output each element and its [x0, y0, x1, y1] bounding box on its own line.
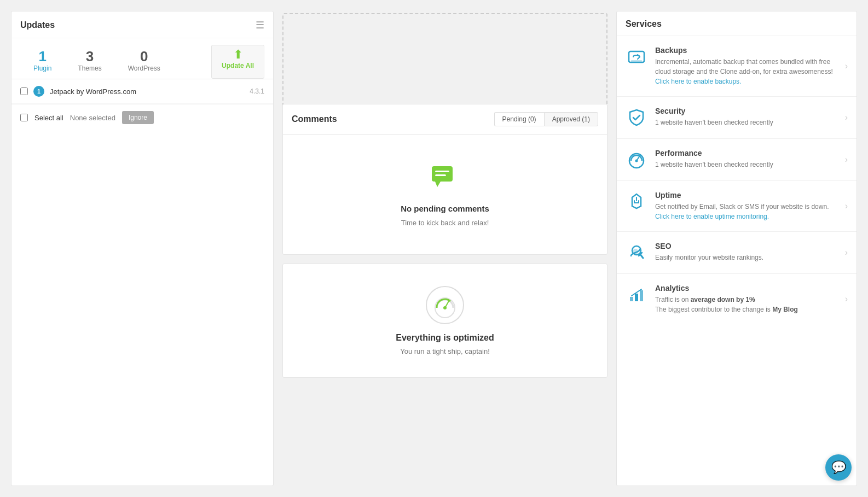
themes-label: Themes	[78, 65, 101, 72]
updates-panel: Updates ☰ 1 Plugin 3 Themes 0 WordPress …	[11, 11, 274, 486]
update-checkbox[interactable]	[20, 87, 28, 95]
optimized-title: Everything is optimized	[396, 333, 494, 343]
seo-desc: Easily monitor your website rankings.	[655, 253, 837, 262]
svg-line-16	[640, 254, 643, 258]
security-icon	[626, 107, 647, 128]
uptime-content: Uptime Get notified by Email, Slack or S…	[655, 191, 837, 221]
seo-arrow-icon: ›	[845, 248, 848, 258]
svg-rect-8	[631, 60, 642, 62]
wp-count: 0	[140, 49, 148, 63]
comment-icon	[430, 162, 460, 192]
updates-header: Updates ☰	[11, 11, 273, 38]
service-item-backups[interactable]: Backups Incremental, automatic backup th…	[617, 36, 857, 97]
comments-card: Comments Pending (0) Approved (1) No	[282, 104, 607, 255]
backups-name: Backups	[655, 46, 837, 55]
svg-rect-19	[640, 290, 643, 301]
tab-plugin[interactable]: 1 Plugin	[20, 45, 65, 79]
select-all-checkbox[interactable]	[20, 114, 28, 121]
performance-arrow-icon: ›	[845, 155, 848, 165]
update-all-icon: ⬆	[233, 49, 243, 61]
table-row: 1 Jetpack by WordPress.com 4.3.1	[11, 79, 273, 104]
update-all-label: Update All	[222, 62, 254, 69]
comments-empty-sub: Time to kick back and relax!	[401, 219, 489, 227]
services-title: Services	[626, 19, 848, 29]
comments-empty-title: No pending comments	[401, 204, 489, 213]
analytics-name: Analytics	[655, 284, 837, 293]
optimized-sub: You run a tight ship, captain!	[400, 347, 490, 355]
performance-content: Performance 1 website haven't been check…	[655, 149, 837, 169]
svg-line-11	[636, 156, 640, 161]
backups-icon	[626, 46, 647, 68]
performance-desc: 1 website haven't been checked recently	[655, 160, 837, 169]
services-header: Services	[617, 11, 857, 36]
svg-marker-1	[435, 182, 441, 187]
performance-icon	[626, 149, 647, 171]
svg-rect-18	[635, 294, 638, 301]
services-panel: Services Backups Incremental, automatic …	[616, 11, 857, 486]
tab-themes[interactable]: 3 Themes	[65, 45, 114, 79]
plugin-version: 4.3.1	[250, 87, 264, 95]
performance-name: Performance	[655, 149, 837, 157]
uptime-link[interactable]: Click here to enable uptime monitoring.	[655, 213, 769, 220]
security-arrow-icon: ›	[845, 113, 848, 122]
update-badge: 1	[33, 86, 44, 97]
tab-wordpress[interactable]: 0 WordPress	[115, 45, 173, 79]
themes-count: 3	[86, 49, 94, 63]
uptime-desc: Get notified by Email, Slack or SMS if y…	[655, 202, 837, 221]
security-name: Security	[655, 107, 837, 115]
uptime-arrow-icon: ›	[845, 201, 848, 211]
comments-icon-wrap	[430, 162, 460, 194]
seo-name: SEO	[655, 242, 837, 250]
svg-line-6	[445, 300, 449, 308]
backups-arrow-icon: ›	[845, 61, 848, 71]
analytics-content: Analytics Traffic is on average down by …	[655, 284, 837, 314]
plugin-label: Plugin	[33, 65, 51, 72]
uptime-name: Uptime	[655, 191, 837, 200]
chat-icon: 💬	[831, 460, 846, 475]
svg-rect-0	[432, 166, 453, 182]
svg-rect-2	[435, 171, 449, 172]
update-all-button[interactable]: ⬆ Update All	[211, 45, 264, 79]
updates-title: Updates	[20, 20, 55, 30]
comments-body: No pending comments Time to kick back an…	[283, 135, 607, 254]
updates-list: 1 Jetpack by WordPress.com 4.3.1	[11, 79, 273, 104]
seo-content: SEO Easily monitor your website rankings…	[655, 242, 837, 262]
updates-tabs: 1 Plugin 3 Themes 0 WordPress ⬆ Update A…	[11, 38, 273, 79]
none-selected-label: None selected	[70, 114, 115, 122]
wp-label: WordPress	[128, 65, 160, 72]
analytics-desc: Traffic is on average down by 1%The bigg…	[655, 295, 837, 314]
svg-rect-17	[630, 297, 633, 301]
tab-approved[interactable]: Approved (1)	[544, 112, 598, 126]
comments-title: Comments	[292, 114, 337, 124]
comments-header: Comments Pending (0) Approved (1)	[283, 104, 607, 135]
updates-menu-icon[interactable]: ☰	[256, 19, 264, 31]
backups-link[interactable]: Click here to enable backups.	[655, 78, 741, 85]
backups-content: Backups Incremental, automatic backup th…	[655, 46, 837, 86]
service-item-performance[interactable]: Performance 1 website haven't been check…	[617, 139, 857, 181]
comments-tabs: Pending (0) Approved (1)	[494, 112, 598, 126]
plugin-count: 1	[38, 49, 46, 63]
security-content: Security 1 website haven't been checked …	[655, 107, 837, 127]
service-item-security[interactable]: Security 1 website haven't been checked …	[617, 97, 857, 139]
updates-footer: Select all None selected Ignore	[11, 104, 273, 131]
middle-section: Comments Pending (0) Approved (1) No	[282, 11, 607, 486]
analytics-icon	[626, 284, 647, 306]
seo-icon	[626, 242, 647, 264]
tab-pending[interactable]: Pending (0)	[494, 112, 544, 126]
service-item-seo[interactable]: SEO Easily monitor your website rankings…	[617, 232, 857, 274]
service-item-analytics[interactable]: Analytics Traffic is on average down by …	[617, 274, 857, 324]
chat-button[interactable]: 💬	[825, 454, 852, 481]
optimized-card: Everything is optimized You run a tight …	[282, 264, 607, 378]
backups-desc: Incremental, automatic backup that comes…	[655, 57, 837, 86]
optimized-icon-wrap	[426, 286, 464, 324]
analytics-arrow-icon: ›	[845, 294, 848, 304]
security-desc: 1 website haven't been checked recently	[655, 118, 837, 127]
speedometer-icon	[431, 291, 459, 319]
select-all-label: Select all	[34, 114, 63, 122]
svg-rect-3	[435, 174, 446, 176]
uptime-icon	[626, 191, 647, 213]
plugin-name: Jetpack by WordPress.com	[50, 87, 244, 96]
service-item-uptime[interactable]: Uptime Get notified by Email, Slack or S…	[617, 181, 857, 232]
ignore-button[interactable]: Ignore	[122, 111, 154, 124]
